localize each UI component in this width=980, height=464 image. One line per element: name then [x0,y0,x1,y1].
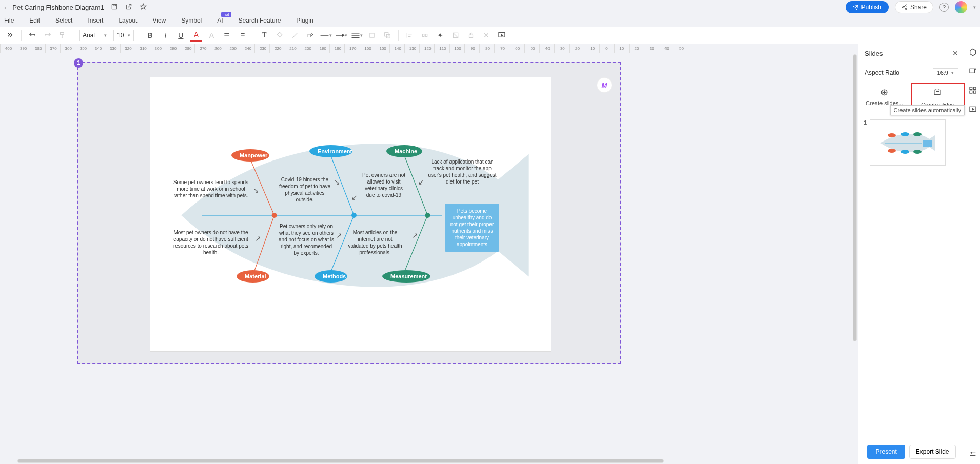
grid-icon[interactable] [969,86,977,96]
add-slide-icon[interactable] [969,67,977,77]
font-color-button[interactable]: A [190,29,202,42]
font-family-value: Arial [83,32,95,39]
line-weight-button[interactable]: ▾ [350,29,363,42]
svg-point-4 [905,8,907,10]
text-highlight-button[interactable]: A [205,29,218,42]
expand-sidebar-icon[interactable] [4,29,16,42]
open-external-icon[interactable] [125,3,133,12]
export-slide-button[interactable]: Export Slide [909,445,956,459]
menu-search-feature[interactable]: Search Feature [239,17,281,24]
arrow-icon: ↘ [334,178,340,186]
menu-select[interactable]: Select [55,17,72,24]
effect-box[interactable]: Pets become unhealthy and do not get the… [445,204,499,252]
chevron-down-icon: ▾ [104,33,107,38]
category-environment[interactable]: Environment [309,145,352,157]
category-measurement[interactable]: Measurement [382,270,430,283]
cause-manpower[interactable]: Some pet owners tend to spends more time… [171,179,251,199]
align-button[interactable] [221,29,233,42]
settings-strip-icon[interactable] [969,450,977,460]
publish-button[interactable]: Publish [846,1,889,13]
cause-material[interactable]: Most pet owners do not have the capacity… [171,229,251,256]
share-button[interactable]: Share [895,1,933,13]
category-machine[interactable]: Machine [386,145,422,157]
avatar[interactable] [955,1,967,13]
arrow-icon: ↘ [253,186,259,194]
title-bar: ‹ Pet Caring Fishbone Diagram1 Publish S… [0,0,980,14]
slide-thumbnail[interactable] [870,119,946,166]
svg-rect-35 [970,91,972,93]
list-button[interactable] [236,29,248,42]
present-icon-button[interactable] [496,29,508,42]
distribute-button[interactable] [419,29,431,42]
font-size-select[interactable]: 10 ▾ [113,30,134,41]
cause-machine-2[interactable]: Lack of application that can track and m… [427,158,497,185]
tooltip: Create slides automatically [890,105,965,115]
text-tool-button[interactable]: T [258,29,270,42]
cause-environment[interactable]: Covid-19 hinders the freedom of pet to h… [276,176,334,203]
svg-point-25 [888,133,896,137]
lock-button[interactable] [465,29,477,42]
horizontal-scrollbar[interactable] [17,459,853,464]
ruler-tick: -280 [180,44,194,53]
menu-insert[interactable]: Insert [88,17,103,24]
connector-button[interactable] [304,29,317,42]
menu-plugin[interactable]: Plugin [296,17,313,24]
menu-edit[interactable]: Edit [29,17,40,24]
ruler-tick: 10 [614,44,629,53]
ruler-tick: -40 [539,44,554,53]
horizontal-ruler: -400-390-380-370-360-350-340-330-320-310… [0,44,858,53]
arrow-icon: ↗ [336,231,342,239]
canvas-page[interactable]: 1 M [77,62,621,364]
back-icon[interactable]: ‹ [4,4,6,11]
format-painter-icon[interactable] [57,29,69,42]
help-icon[interactable]: ? [939,3,949,12]
aspect-ratio-select[interactable]: 16:9 ▾ [933,68,958,77]
save-icon[interactable] [110,3,119,12]
italic-button[interactable]: I [159,29,171,42]
tools-button[interactable]: ✕ [480,29,493,42]
line-color-button[interactable] [289,29,301,42]
line-style-button[interactable]: ▾ [320,29,332,42]
vertical-scrollbar[interactable] [853,54,857,372]
menu-symbol[interactable]: Symbol [181,17,202,24]
menu-file[interactable]: File [4,17,14,24]
align-objects-button[interactable] [403,29,416,42]
document-title: Pet Caring Fishbone Diagram1 [12,4,104,11]
bold-button[interactable]: B [144,29,156,42]
category-material[interactable]: Material [237,270,269,283]
menu-ai-label: AI [217,17,223,24]
theme-icon[interactable] [969,48,977,58]
slide-content[interactable]: M [150,77,551,352]
redo-button[interactable] [42,29,54,42]
menu-ai[interactable]: AI hot [217,17,223,24]
play-icon[interactable] [969,105,977,115]
create-slides-auto-button[interactable]: Create slides Create slides automaticall… [911,83,965,114]
category-methods[interactable]: Methods [315,270,347,283]
ruler-tick: -390 [15,44,30,53]
close-icon[interactable]: ✕ [952,49,958,57]
avatar-caret-icon[interactable]: ▾ [973,5,976,10]
canvas-area[interactable]: -400-390-380-370-360-350-340-330-320-310… [0,44,858,464]
svg-rect-23 [934,90,940,95]
present-button[interactable]: Present [867,445,905,459]
shape-fill-button[interactable] [273,29,286,42]
star-icon[interactable] [139,3,147,12]
layers-button[interactable] [381,29,394,42]
arrow-style-button[interactable]: ▾ [335,29,347,42]
cause-measurement[interactable]: Most articles on the internet are not va… [347,229,403,256]
crop-button[interactable] [366,29,378,42]
cause-machine-1[interactable]: Pet owners are not allowed to visit vete… [361,172,407,198]
page-number-badge: 1 [74,58,83,68]
chevron-down-icon: ▾ [951,70,954,75]
font-family-select[interactable]: Arial ▾ [79,30,110,41]
cause-methods[interactable]: Pet owners only rely on what they see on… [279,223,334,256]
hot-badge: hot [221,12,231,17]
underline-button[interactable]: U [174,29,187,42]
ruler-tick: -240 [240,44,254,53]
category-manpower[interactable]: Manpower [231,149,269,162]
effects-button[interactable]: ✦ [434,29,446,42]
menu-layout[interactable]: Layout [119,17,137,24]
slice-button[interactable] [449,29,462,42]
undo-button[interactable] [26,29,38,42]
menu-view[interactable]: View [152,17,166,24]
